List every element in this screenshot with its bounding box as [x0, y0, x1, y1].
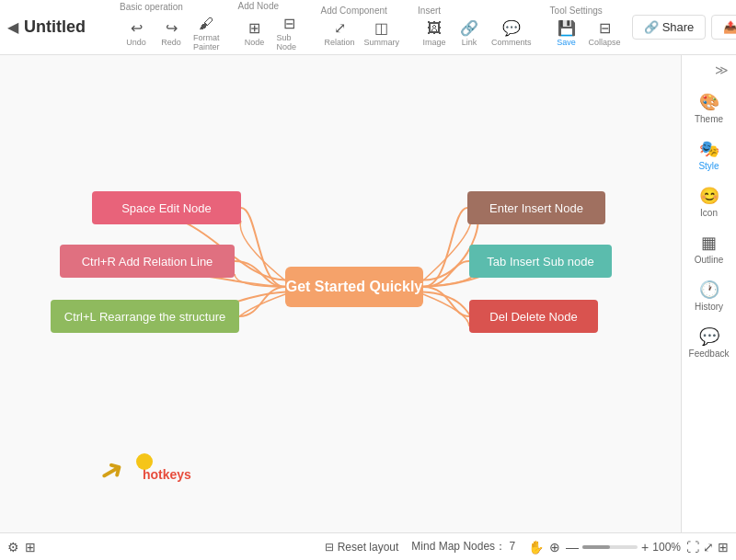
screen-icons: ⛶ ⤢ ⊞ [686, 540, 729, 554]
expand-icon[interactable]: ⤢ [703, 540, 714, 554]
collapse-icon: ⊟ [599, 19, 611, 37]
comments-icon: 💬 [502, 19, 521, 37]
undo-icon: ↩ [131, 19, 143, 37]
add-node-items: ⊞ Node ⊟ Sub Node [238, 13, 306, 53]
summary-icon: ◫ [374, 19, 388, 37]
back-button[interactable]: ◀ [7, 14, 18, 41]
settings-icon[interactable]: ⚙ [7, 540, 19, 554]
sidebar-right-collapse-button[interactable]: ≫ [682, 59, 736, 81]
icon-icon: 😊 [699, 186, 719, 206]
style-icon: 🎭 [699, 139, 719, 159]
relation-button[interactable]: ⤢ Relation [321, 17, 359, 49]
comments-button[interactable]: 💬 Comments [488, 17, 535, 49]
sidebar-item-theme[interactable]: 🎨 Theme [682, 85, 736, 131]
sidebar-item-feedback[interactable]: 💬 Feedback [682, 319, 736, 366]
left-node-3[interactable]: Ctrl+L Rearrange the structure [51, 300, 239, 333]
group-label-add-node: Add Node [238, 1, 279, 11]
history-icon: 🕐 [699, 280, 719, 300]
format-painter-label: Format Painter [193, 33, 220, 51]
outline-label: Outline [695, 255, 724, 265]
zoom-controls: — + 100% [566, 540, 681, 554]
group-label-basic: Basic operation [120, 2, 183, 12]
right-node-3[interactable]: Del Delete Node [469, 300, 598, 333]
relation-label: Relation [325, 38, 355, 47]
sidebar-item-history[interactable]: 🕐 History [682, 272, 736, 319]
theme-icon: 🎨 [699, 92, 719, 112]
center-node-label: Get Started Quickly [286, 279, 423, 295]
export-icon: 📤 [723, 20, 736, 34]
insert-items: 🖼 Image 🔗 Link 💬 Comments [418, 17, 535, 49]
collapse-button[interactable]: ⊟ Collapse [585, 17, 625, 49]
canvas[interactable]: Get Started Quickly Space Edit Node Ctrl… [0, 55, 681, 532]
left-node-1[interactable]: Space Edit Node [92, 191, 241, 224]
sidebar-item-icon[interactable]: 😊 Icon [682, 178, 736, 225]
header: ◀ Untitled Basic operation ↩ Undo ↪ Redo… [0, 0, 736, 55]
sub-node-button[interactable]: ⊟ Sub Node [273, 13, 306, 53]
reset-layout-icon: ⊟ [325, 541, 334, 554]
basic-ops-items: ↩ Undo ↪ Redo 🖌 Format Painter [120, 14, 224, 53]
right-node-1[interactable]: Enter Insert Node [467, 191, 605, 224]
right-node-2-label: Tab Insert Sub node [487, 255, 593, 269]
redo-button[interactable]: ↪ Redo [155, 17, 188, 49]
left-node-2-label: Ctrl+R Add Relation Line [82, 255, 213, 269]
reset-layout-button[interactable]: ⊟ Reset layout [325, 541, 399, 554]
image-icon: 🖼 [427, 20, 442, 37]
link-button[interactable]: 🔗 Link [453, 17, 486, 49]
left-node-1-label: Space Edit Node [121, 201, 212, 215]
format-painter-button[interactable]: 🖌 Format Painter [190, 14, 224, 53]
nodes-count-label: Mind Map Nodes： 7 [411, 539, 515, 554]
fullscreen-icon[interactable]: ⛶ [686, 540, 699, 554]
group-label-add-component: Add Component [321, 6, 387, 16]
link-icon: 🔗 [460, 19, 478, 37]
group-label-tool-settings: Tool Settings [550, 6, 603, 16]
sidebar-item-style[interactable]: 🎭 Style [682, 131, 736, 178]
undo-button[interactable]: ↩ Undo [120, 17, 153, 49]
zoom-out-button[interactable]: — [566, 540, 579, 554]
node-button[interactable]: ⊞ Node [238, 17, 271, 49]
sidebar-right: ≫ 🎨 Theme 🎭 Style 😊 Icon ▦ Outline 🕐 His… [681, 55, 736, 532]
image-button[interactable]: 🖼 Image [418, 18, 451, 49]
left-node-2[interactable]: Ctrl+R Add Relation Line [60, 245, 235, 278]
more-icon[interactable]: ⊞ [718, 540, 729, 554]
zoom-slider[interactable] [582, 545, 638, 549]
summary-label: Summary [364, 38, 400, 47]
center-node[interactable]: Get Started Quickly [285, 267, 423, 307]
zoom-in-button[interactable]: + [641, 540, 649, 554]
hotkeys-pointer [136, 453, 153, 470]
icon-label: Icon [700, 208, 718, 218]
node-icon: ⊞ [248, 19, 260, 37]
toolbar-group-insert: Insert 🖼 Image 🔗 Link 💬 Comments [418, 6, 535, 49]
share-icon: 🔗 [644, 20, 659, 34]
share-button[interactable]: 🔗 Share [632, 15, 707, 40]
hand-icon[interactable]: ✋ [528, 540, 544, 554]
main-layout: Get Started Quickly Space Edit Node Ctrl… [0, 55, 736, 532]
redo-icon: ↪ [166, 19, 178, 37]
save-icon: 💾 [558, 19, 576, 37]
sidebar-item-outline[interactable]: ▦ Outline [682, 225, 736, 272]
summary-button[interactable]: ◫ Summary [361, 17, 404, 49]
right-node-1-label: Enter Insert Node [489, 201, 583, 215]
app-title: Untitled [24, 17, 98, 37]
save-button[interactable]: 💾 Save [550, 17, 583, 49]
group-label-insert: Insert [418, 6, 441, 16]
export-button[interactable]: 📤 Export [711, 15, 736, 40]
outline-icon: ▦ [701, 233, 717, 253]
hotkeys-label: hotkeys [143, 467, 191, 482]
sub-node-label: Sub Node [277, 33, 303, 51]
feedback-icon: 💬 [699, 326, 719, 347]
fit-icon[interactable]: ⊕ [549, 540, 560, 554]
grid-icon[interactable]: ⊞ [25, 540, 36, 554]
sub-node-icon: ⊟ [283, 15, 295, 32]
format-painter-icon: 🖌 [199, 16, 213, 32]
right-node-2[interactable]: Tab Insert Sub node [469, 245, 612, 278]
toolbar-group-basic: Basic operation ↩ Undo ↪ Redo 🖌 Format P… [120, 2, 224, 53]
link-label: Link [462, 38, 477, 47]
redo-label: Redo [161, 38, 181, 47]
left-node-3-label: Ctrl+L Rearrange the structure [64, 310, 225, 324]
zoom-level-label: 100% [652, 541, 681, 554]
toolbar-group-add-component: Add Component ⤢ Relation ◫ Summary [321, 6, 404, 49]
style-label: Style [698, 161, 719, 171]
theme-label: Theme [695, 114, 723, 124]
bottom-bar: ⚙ ⊞ ⊟ Reset layout Mind Map Nodes： 7 ✋ ⊕… [0, 532, 736, 560]
comments-label: Comments [491, 38, 532, 47]
